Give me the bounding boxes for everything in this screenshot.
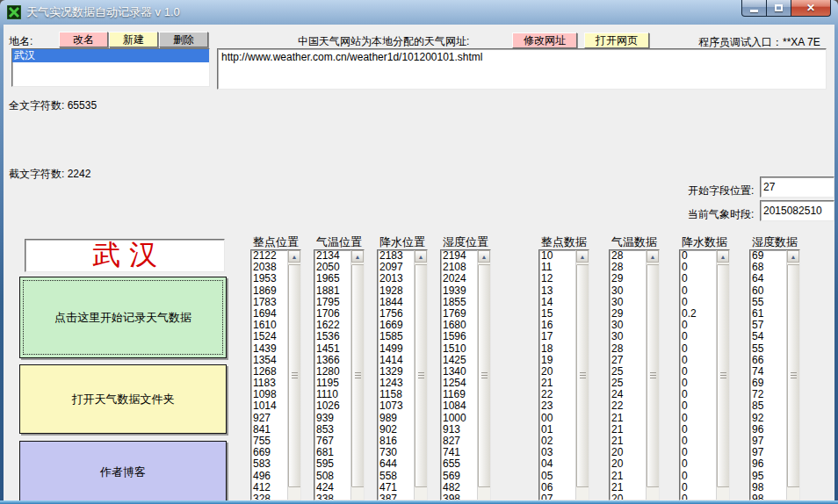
scroll-up-arrow-icon[interactable]: ▲ — [647, 250, 659, 263]
list-item[interactable]: 1439 — [251, 343, 287, 355]
list-item[interactable]: 30 — [610, 297, 646, 308]
list-item[interactable]: 1014 — [251, 400, 287, 412]
data-listbox[interactable]: 2194210820241939185517691680159615101425… — [440, 249, 491, 500]
list-item[interactable]: 583 — [251, 458, 287, 470]
url-textarea[interactable]: http://www.weather.com.cn/weather1d/1012… — [217, 48, 827, 90]
list-item[interactable]: 05 — [539, 471, 575, 482]
list-item[interactable]: 412 — [251, 482, 287, 493]
scrollbar-thumb[interactable] — [787, 264, 800, 487]
list-item[interactable]: 1783 — [251, 297, 287, 308]
list-item[interactable]: 0 — [680, 413, 716, 424]
list-item[interactable]: 85 — [750, 400, 786, 412]
list-item[interactable]: 569 — [441, 471, 477, 482]
vertical-scrollbar[interactable]: ▲ — [575, 250, 589, 500]
open-page-button[interactable]: 打开网页 — [584, 32, 649, 48]
delete-button[interactable]: 删除 — [159, 32, 208, 47]
scrollbar-thumb[interactable] — [576, 264, 589, 487]
list-item[interactable]: 398 — [441, 493, 477, 500]
scrollbar-thumb[interactable] — [351, 264, 365, 487]
list-item[interactable]: 0 — [680, 493, 716, 500]
list-item[interactable]: 28 — [610, 343, 646, 355]
start-pos-input[interactable] — [760, 176, 834, 198]
list-item[interactable]: 1366 — [314, 355, 350, 366]
create-button[interactable]: 新建 — [109, 32, 158, 47]
list-item[interactable]: 2013 — [378, 273, 414, 284]
list-item[interactable]: 0 — [680, 273, 716, 284]
titlebar[interactable]: 天气实况数据自动记录器 v 1.0 ✕ — [0, 0, 838, 25]
scrollbar-thumb[interactable] — [717, 264, 730, 487]
list-item[interactable]: 989 — [378, 413, 414, 424]
list-item[interactable]: 22 — [610, 400, 646, 412]
scrollbar-thumb[interactable] — [288, 264, 301, 487]
list-item[interactable]: 387 — [378, 493, 414, 500]
list-item[interactable]: 20 — [610, 493, 646, 500]
list-item[interactable]: 1510 — [441, 343, 477, 355]
list-item[interactable]: 1939 — [441, 285, 477, 297]
data-listbox[interactable]: 2134205019651881179517061622153614511366… — [314, 249, 365, 500]
list-item[interactable]: 27 — [610, 355, 646, 366]
list-item[interactable]: 0 — [680, 343, 716, 355]
scrollbar-thumb[interactable] — [647, 264, 660, 487]
list-item[interactable]: 0 — [680, 458, 716, 470]
close-button[interactable]: ✕ — [791, 0, 831, 17]
data-listbox[interactable]: 2122203819531869178316941610152414391354… — [250, 249, 301, 500]
list-item[interactable]: 482 — [441, 482, 477, 493]
list-item[interactable]: 19 — [539, 355, 575, 366]
list-item[interactable]: 23 — [539, 400, 575, 412]
list-item[interactable]: 1585 — [378, 331, 414, 342]
list-item[interactable]: 04 — [539, 458, 575, 470]
list-item[interactable]: 1536 — [314, 331, 350, 342]
list-item[interactable]: 66 — [750, 355, 786, 366]
scroll-up-arrow-icon[interactable]: ▲ — [415, 250, 427, 263]
list-item[interactable]: 595 — [314, 458, 350, 470]
list-item[interactable]: 496 — [251, 471, 287, 482]
scroll-up-arrow-icon[interactable]: ▲ — [351, 250, 364, 263]
list-item[interactable]: 07 — [539, 493, 575, 500]
list-item[interactable]: 0 — [680, 285, 716, 297]
list-item[interactable]: 1965 — [314, 273, 350, 284]
list-item[interactable]: 1795 — [314, 297, 350, 308]
list-item[interactable]: 0 — [680, 331, 716, 342]
list-item[interactable]: 424 — [314, 482, 350, 493]
list-item[interactable]: 1354 — [251, 355, 287, 366]
list-item[interactable]: 1026 — [314, 400, 350, 412]
data-listbox[interactable]: 1011121314151617181920212223000102030405… — [538, 249, 589, 500]
list-item[interactable]: 55 — [750, 343, 786, 355]
list-item[interactable]: 1844 — [378, 297, 414, 308]
list-item[interactable]: 1084 — [441, 400, 477, 412]
list-item[interactable]: 0 — [680, 482, 716, 493]
list-item[interactable]: 927 — [251, 413, 287, 424]
list-item[interactable]: 338 — [314, 493, 350, 500]
list-item[interactable]: 98 — [750, 493, 786, 500]
vertical-scrollbar[interactable]: ▲ — [716, 250, 729, 500]
scroll-up-arrow-icon[interactable]: ▲ — [576, 250, 589, 263]
list-item[interactable]: 13 — [539, 285, 575, 297]
author-blog-button[interactable]: 作者博客 — [19, 441, 227, 500]
scroll-up-arrow-icon[interactable]: ▲ — [787, 250, 799, 263]
list-item[interactable]: 2024 — [441, 273, 477, 284]
data-listbox[interactable]: 6968646055615754556674697285929697979695… — [749, 249, 800, 500]
list-item[interactable]: 14 — [539, 297, 575, 308]
scrollbar-thumb[interactable] — [415, 264, 428, 487]
vertical-scrollbar[interactable]: ▲ — [646, 250, 659, 500]
open-folder-button[interactable]: 打开天气数据文件夹 — [19, 364, 227, 434]
data-listbox[interactable]: 000000.20000000000000000▲ — [679, 249, 730, 500]
list-item[interactable]: 1928 — [378, 285, 414, 297]
list-item[interactable]: 1881 — [314, 285, 350, 297]
data-listbox[interactable]: 2183209720131928184417561669158514991414… — [377, 249, 428, 500]
list-item[interactable]: 328 — [251, 493, 287, 500]
list-item[interactable]: 1524 — [251, 331, 287, 342]
list-item[interactable]: 0 — [680, 400, 716, 412]
list-item[interactable]: 644 — [378, 458, 414, 470]
list-item[interactable]: 1000 — [441, 413, 477, 424]
period-input[interactable] — [760, 200, 834, 221]
data-listbox[interactable]: 2828293030293030282725252422212121202021… — [609, 249, 660, 500]
list-item[interactable]: 939 — [314, 413, 350, 424]
list-item[interactable]: 0 — [680, 297, 716, 308]
list-item[interactable]: 18 — [539, 343, 575, 355]
record-weather-button[interactable]: 点击这里开始记录天气数据 — [19, 277, 227, 358]
list-item[interactable]: 1414 — [378, 355, 414, 366]
list-item[interactable]: 1596 — [441, 331, 477, 342]
vertical-scrollbar[interactable]: ▲ — [287, 250, 300, 500]
vertical-scrollbar[interactable]: ▲ — [477, 250, 490, 500]
